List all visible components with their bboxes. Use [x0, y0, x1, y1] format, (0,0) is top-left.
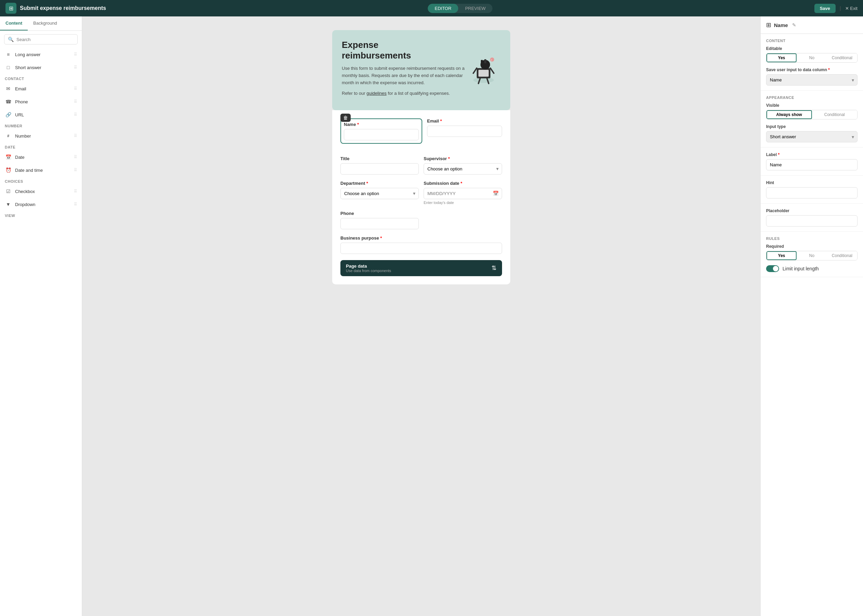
svg-rect-4 [481, 60, 483, 63]
drag-handle[interactable]: ⠿ [74, 52, 77, 57]
search-icon: 🔍 [8, 37, 14, 42]
label-field-input[interactable] [766, 159, 858, 170]
required-no-btn[interactable]: No [797, 251, 827, 260]
sidebar-item-date-time[interactable]: ⏰ Date and time ⠿ [0, 163, 82, 177]
input-type-select[interactable]: Short answer [766, 131, 858, 142]
sidebar-item-dropdown[interactable]: ▼ Dropdown ⠿ [0, 198, 82, 211]
required-conditional-btn[interactable]: Conditional [827, 251, 857, 260]
sidebar-item-url[interactable]: 🔗 URL ⠿ [0, 108, 82, 121]
sidebar-item-label: Number [15, 134, 31, 138]
tab-background[interactable]: Background [28, 16, 62, 30]
form-preview-area: Expense reimbursements Use this form to … [82, 16, 760, 616]
form-refer: Refer to our guidelines for a list of qu… [342, 90, 466, 97]
sidebar-item-phone[interactable]: ☎ Phone ⠿ [0, 95, 82, 108]
email-input[interactable] [427, 126, 502, 137]
divider: | [840, 5, 841, 11]
required-marker: * [365, 181, 368, 186]
drag-handle[interactable]: ⠿ [74, 86, 77, 91]
section-contact: CONTACT [0, 74, 82, 82]
name-field-selected[interactable]: 🗑 Name * [340, 118, 422, 144]
drag-handle[interactable]: ⠿ [74, 155, 77, 159]
drag-handle[interactable]: ⠿ [74, 65, 77, 70]
hint-input[interactable] [766, 187, 858, 198]
page-data-bar[interactable]: Page data Use data from components ⇅ [340, 260, 502, 276]
editable-no-btn[interactable]: No [797, 53, 827, 62]
save-column-select[interactable]: Name [766, 74, 858, 86]
business-purpose-row: Business purpose * [340, 236, 502, 254]
form-header-illustration: ! [466, 51, 501, 89]
number-icon: # [5, 132, 12, 139]
tab-content[interactable]: Content [0, 16, 28, 30]
app-title: Submit expense reimbursements [20, 5, 106, 11]
datetime-icon: ⏰ [5, 167, 12, 173]
sidebar-item-label: Date [15, 155, 24, 160]
form-container: Expense reimbursements Use this form to … [332, 30, 510, 284]
limit-input-wrap: Limit input length [766, 265, 858, 272]
name-label: Name * [344, 122, 419, 127]
svg-rect-2 [479, 70, 489, 77]
panel-right: ⊞ Name ✎ CONTENT Editable Yes No Conditi… [760, 16, 863, 616]
sidebar-item-email[interactable]: ✉ Email ⠿ [0, 82, 82, 95]
limit-input-toggle[interactable] [766, 265, 779, 272]
guidelines-link[interactable]: guidelines [367, 91, 387, 96]
save-column-select-wrap: Name ▾ [766, 74, 858, 86]
exit-button[interactable]: ✕ Exit [845, 6, 858, 11]
drag-handle[interactable]: ⠿ [74, 189, 77, 194]
topbar-right: Save | ✕ Exit [814, 4, 858, 13]
sidebar-item-date[interactable]: 📅 Date ⠿ [0, 151, 82, 163]
sidebar-item-label: Email [15, 86, 26, 91]
title-supervisor-row: Title Supervisor * Choose an option ▾ [340, 156, 502, 174]
phone-input[interactable] [340, 218, 419, 229]
save-button[interactable]: Save [814, 4, 836, 13]
submission-date-input[interactable] [424, 188, 502, 199]
required-toggle-group: Yes No Conditional [766, 251, 858, 261]
title-input[interactable] [340, 163, 419, 174]
search-input-wrap[interactable]: 🔍 [4, 34, 78, 44]
business-purpose-input[interactable] [340, 243, 502, 254]
supervisor-field: Supervisor * Choose an option ▾ [424, 156, 502, 174]
submission-date-label: Submission date * [424, 181, 502, 186]
drag-handle[interactable]: ⠿ [74, 112, 77, 117]
delete-field-button[interactable]: 🗑 [340, 114, 351, 122]
editable-conditional-btn[interactable]: Conditional [827, 53, 857, 62]
section-view: VIEW [0, 211, 82, 219]
placeholder-input[interactable] [766, 215, 858, 226]
page-data-title: Page data [346, 264, 391, 269]
drag-handle[interactable]: ⠿ [74, 99, 77, 104]
svg-rect-5 [484, 59, 486, 63]
edit-icon[interactable]: ✎ [792, 22, 796, 28]
drag-handle[interactable]: ⠿ [74, 202, 77, 207]
page-data-icon: ⇅ [491, 264, 496, 272]
sidebar-item-long-answer[interactable]: ≡ Long answer ⠿ [0, 48, 82, 61]
section-number: NUMBER [0, 121, 82, 129]
app-logo: ⊞ [5, 3, 16, 14]
name-input[interactable] [344, 129, 419, 140]
editor-tab[interactable]: EDITOR [428, 4, 458, 13]
search-input[interactable] [16, 37, 74, 42]
form-description: Use this form to submit expense reimburs… [342, 65, 466, 86]
input-type-label: Input type [766, 124, 858, 129]
sidebar-item-number[interactable]: # Number ⠿ [0, 129, 82, 142]
sidebar-item-label: Dropdown [15, 202, 35, 207]
panel-hint-section: Hint [761, 176, 863, 204]
sidebar-item-short-answer[interactable]: □ Short answer ⠿ [0, 61, 82, 74]
drag-handle[interactable]: ⠿ [74, 134, 77, 138]
department-select[interactable]: Choose an option [340, 188, 419, 199]
drag-handle[interactable]: ⠿ [74, 168, 77, 173]
phone-field: Phone [340, 211, 419, 229]
department-select-wrap: Choose an option ▾ [340, 188, 419, 199]
always-show-btn[interactable]: Always show [767, 110, 812, 119]
sidebar-item-checkbox[interactable]: ☑ Checkbox ⠿ [0, 185, 82, 198]
hint-label: Hint [766, 180, 858, 185]
name-email-row: 🗑 Name * Email * [340, 118, 502, 150]
conditional-btn[interactable]: Conditional [812, 110, 858, 119]
title-label: Title [340, 156, 419, 161]
preview-tab[interactable]: PREVIEW [458, 4, 493, 13]
phone-row: Phone [340, 211, 502, 229]
sidebar-left: Content Background 🔍 ≡ Long answer ⠿ □ S… [0, 16, 82, 616]
required-yes-btn[interactable]: Yes [767, 251, 797, 260]
form-header: Expense reimbursements Use this form to … [332, 30, 510, 110]
editable-yes-btn[interactable]: Yes [767, 53, 797, 62]
supervisor-select[interactable]: Choose an option [424, 163, 502, 174]
sidebar-left-tabs: Content Background [0, 16, 82, 31]
